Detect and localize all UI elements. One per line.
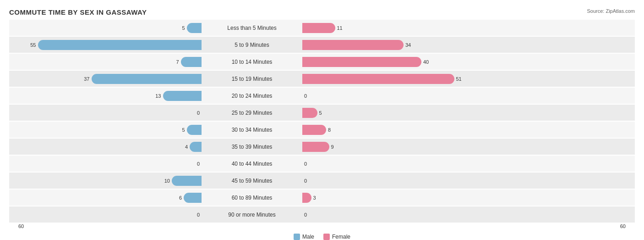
row-label: 30 to 34 Minutes [202, 127, 302, 133]
legend-female-label: Female [332, 234, 350, 240]
male-bar [172, 176, 202, 186]
female-section: 3 [302, 190, 495, 206]
female-section: 34 [302, 37, 495, 53]
male-value: 37 [84, 76, 89, 82]
female-value: 34 [405, 42, 411, 48]
female-bar [302, 108, 317, 118]
female-value: 5 [319, 110, 322, 116]
female-value: 0 [304, 212, 307, 218]
legend-female-box [323, 234, 330, 240]
male-bar [187, 23, 202, 33]
male-value: 13 [155, 93, 161, 99]
male-value: 4 [185, 144, 188, 150]
female-section: 40 [302, 54, 495, 70]
female-section: 0 [302, 173, 495, 189]
female-section: 9 [302, 139, 495, 155]
male-section: 4 [9, 139, 202, 155]
row-label: 25 to 29 Minutes [202, 110, 302, 116]
table-row: 090 or more Minutes0 [9, 207, 635, 223]
female-value: 0 [304, 178, 307, 184]
male-bar [92, 74, 202, 84]
row-label: 35 to 39 Minutes [202, 144, 302, 150]
table-row: 555 to 9 Minutes34 [9, 37, 635, 53]
male-section: 5 [9, 122, 202, 138]
male-bar [38, 40, 202, 50]
male-section: 0 [9, 207, 202, 223]
male-section: 13 [9, 88, 202, 104]
female-value: 8 [328, 127, 331, 133]
female-value: 11 [337, 25, 343, 31]
male-bar [190, 142, 202, 152]
male-section: 10 [9, 173, 202, 189]
female-section: 5 [302, 105, 495, 121]
male-value: 0 [197, 161, 200, 167]
female-value: 40 [423, 59, 429, 65]
female-section: 0 [302, 156, 495, 172]
male-section: 0 [9, 105, 202, 121]
male-value: 0 [197, 110, 200, 116]
legend-male-label: Male [302, 234, 314, 240]
male-bar [181, 57, 202, 67]
female-value: 0 [304, 93, 307, 99]
female-value: 3 [313, 195, 316, 201]
axis-label-right: 60 [620, 223, 626, 229]
axis-label-left: 60 [18, 223, 24, 229]
chart-title: COMMUTE TIME BY SEX IN GASSAWAY [9, 8, 635, 16]
male-bar [184, 193, 202, 203]
male-value: 10 [164, 178, 170, 184]
legend: Male Female [9, 234, 635, 240]
male-value: 6 [179, 195, 182, 201]
table-row: 025 to 29 Minutes5 [9, 105, 635, 121]
table-row: 660 to 89 Minutes3 [9, 190, 635, 206]
female-value: 0 [304, 161, 307, 167]
female-bar [302, 23, 335, 33]
table-row: 710 to 14 Minutes40 [9, 54, 635, 70]
row-label: 10 to 14 Minutes [202, 59, 302, 65]
male-bar [163, 91, 202, 101]
male-value: 5 [182, 127, 185, 133]
female-bar [302, 142, 329, 152]
female-value: 9 [331, 144, 334, 150]
row-label: 5 to 9 Minutes [202, 42, 302, 48]
table-row: 3715 to 19 Minutes51 [9, 71, 635, 87]
row-label: Less than 5 Minutes [202, 25, 302, 31]
female-section: 11 [302, 20, 495, 36]
row-label: 90 or more Minutes [202, 212, 302, 218]
female-section: 0 [302, 88, 495, 104]
female-section: 8 [302, 122, 495, 138]
chart-container: COMMUTE TIME BY SEX IN GASSAWAY Source: … [0, 0, 644, 240]
row-label: 40 to 44 Minutes [202, 161, 302, 167]
female-bar [302, 125, 326, 135]
table-row: 040 to 44 Minutes0 [9, 156, 635, 172]
male-section: 6 [9, 190, 202, 206]
source-label: Source: ZipAtlas.com [587, 8, 635, 14]
legend-male: Male [294, 234, 314, 240]
row-label: 20 to 24 Minutes [202, 93, 302, 99]
table-row: 530 to 34 Minutes8 [9, 122, 635, 138]
male-section: 7 [9, 54, 202, 70]
male-bar [187, 125, 202, 135]
axis-labels: 60 60 [9, 223, 635, 231]
male-section: 5 [9, 20, 202, 36]
male-section: 55 [9, 37, 202, 53]
row-label: 60 to 89 Minutes [202, 195, 302, 201]
male-value: 7 [176, 59, 179, 65]
legend-male-box [294, 234, 300, 240]
female-bar [302, 40, 404, 50]
legend-female: Female [323, 234, 350, 240]
male-section: 37 [9, 71, 202, 87]
row-label: 45 to 59 Minutes [202, 178, 302, 184]
female-bar [302, 57, 421, 67]
female-bar [302, 193, 311, 203]
table-row: 435 to 39 Minutes9 [9, 139, 635, 155]
male-section: 0 [9, 156, 202, 172]
female-section: 0 [302, 207, 495, 223]
male-value: 55 [30, 42, 36, 48]
male-value: 5 [182, 25, 185, 31]
female-value: 51 [456, 76, 462, 82]
table-row: 5Less than 5 Minutes11 [9, 20, 635, 36]
female-section: 51 [302, 71, 495, 87]
table-row: 1045 to 59 Minutes0 [9, 173, 635, 189]
row-label: 15 to 19 Minutes [202, 76, 302, 82]
chart-area: 5Less than 5 Minutes11555 to 9 Minutes34… [9, 20, 635, 223]
